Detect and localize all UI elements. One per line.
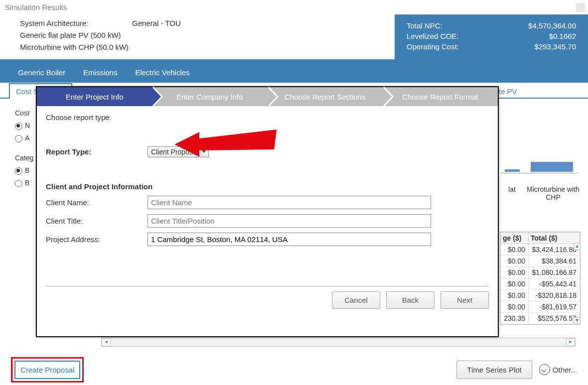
chart-fragment: lat Microturbine with CHP xyxy=(501,154,581,204)
npc-label: Total NPC: xyxy=(407,21,442,30)
radio-b2-label: B xyxy=(25,179,29,187)
step-sections[interactable]: Choose Report Sections xyxy=(268,87,383,106)
chevron-down-icon xyxy=(539,364,550,375)
svg-marker-0 xyxy=(174,129,277,157)
architecture-box: System Architecture:General - TOU Generi… xyxy=(0,14,395,59)
other-label: Other... xyxy=(553,366,577,374)
client-title-label: Client Title: xyxy=(46,217,146,225)
nav-tab-strip: Generic Boiler Emissions Electric Vehicl… xyxy=(0,59,588,83)
cost-label: Cost xyxy=(15,107,33,120)
wizard-prompt: Choose report type. xyxy=(46,113,489,122)
chart-cat: lat xyxy=(501,185,523,193)
client-title-field[interactable] xyxy=(147,214,431,228)
table-fragment: ge ($)Total ($) $0.00$3,424,116.86 $0.00… xyxy=(500,232,581,325)
report-type-label: Report Type: xyxy=(46,147,146,156)
lcoe-value: $0.1662 xyxy=(549,32,576,40)
window-title: Simulation Results xyxy=(0,0,588,14)
left-controls: Cost N A Categ B B xyxy=(15,107,33,189)
scroll-track[interactable] xyxy=(111,338,566,346)
section-heading: Client and Project Information xyxy=(46,182,489,191)
client-name-label: Client Name: xyxy=(46,198,146,207)
nav-tab[interactable]: Generic Boiler xyxy=(9,68,74,83)
nav-tab[interactable]: Emissions xyxy=(74,68,126,83)
categ-label: Categ xyxy=(15,152,33,164)
scroll-up-icon[interactable]: ▲ xyxy=(574,243,581,250)
create-proposal-highlight: Create Proposal xyxy=(11,357,84,383)
radio-b1[interactable] xyxy=(15,167,22,175)
radio-b1-label: B xyxy=(25,166,29,174)
horizontal-scrollbar[interactable]: ◄ ► xyxy=(101,338,576,347)
back-button[interactable]: Back xyxy=(386,291,435,309)
tab-utility[interactable]: Utility xyxy=(524,84,553,99)
op-label: Operating Cost: xyxy=(407,42,459,51)
op-value: $293,345.70 xyxy=(535,42,576,51)
scroll-right-icon[interactable]: ► xyxy=(566,338,575,346)
table-row[interactable]: $0.00-$320,818.18 xyxy=(501,290,580,301)
arch-value: General - TOU xyxy=(132,19,181,27)
table-row[interactable]: $0.00-$81,619.57 xyxy=(501,301,580,313)
col-header[interactable]: Total ($) xyxy=(529,233,580,244)
project-address-label: Project Address: xyxy=(46,235,146,244)
radio-b2[interactable] xyxy=(15,180,22,187)
metrics-box: Total NPC:$4,570,364.00 Levelized COE:$0… xyxy=(395,14,588,59)
summary-bar: System Architecture:General - TOU Generi… xyxy=(0,14,588,59)
bar xyxy=(505,169,520,172)
table-row[interactable]: $0.00$3,424,116.86 xyxy=(501,244,580,256)
radio-a[interactable] xyxy=(15,135,22,142)
col-header[interactable]: ge ($) xyxy=(501,233,529,244)
wizard-steps: Enter Project Info Enter Company Info Ch… xyxy=(37,87,498,106)
npc-value: $4,570,364.00 xyxy=(528,21,576,30)
table-row[interactable]: $0.00-$95,443.41 xyxy=(501,278,580,290)
bar xyxy=(531,162,573,172)
time-series-plot-button[interactable]: Time Series Plot xyxy=(456,361,532,379)
report-wizard-dialog: Enter Project Info Enter Company Info Ch… xyxy=(36,86,499,337)
nav-tab[interactable]: Electric Vehicles xyxy=(126,68,198,83)
radio-n[interactable] xyxy=(15,123,22,130)
close-icon[interactable] xyxy=(576,3,585,12)
footer: Create Proposal Time Series Plot Other..… xyxy=(0,354,588,385)
client-name-field[interactable] xyxy=(147,196,431,209)
arch-line2: Generic flat plate PV (500 kW) xyxy=(20,29,395,41)
table-row[interactable]: $0.00$1,080,166.87 xyxy=(501,267,580,278)
cancel-button[interactable]: Cancel xyxy=(332,291,380,309)
scroll-down-icon[interactable]: ▼ xyxy=(574,317,581,324)
table-row[interactable]: $0.00$38,384.61 xyxy=(501,256,580,267)
chart-cat: Microturbine with CHP xyxy=(526,185,581,201)
lcoe-label: Levelized COE: xyxy=(407,32,458,40)
next-button[interactable]: Next xyxy=(441,291,489,309)
step-project-info[interactable]: Enter Project Info xyxy=(37,87,152,106)
table-row[interactable]: 230.35$525,576.57 xyxy=(501,313,580,324)
arch-line3: Microturbine with CHP (50.0 kW) xyxy=(20,41,395,53)
scroll-left-icon[interactable]: ◄ xyxy=(102,338,111,346)
step-company-info[interactable]: Enter Company Info xyxy=(152,87,267,106)
radio-a-label: A xyxy=(25,134,29,142)
project-address-field[interactable] xyxy=(147,233,431,246)
step-format[interactable]: Choose Report Format xyxy=(383,87,498,106)
radio-n-label: N xyxy=(25,122,30,129)
other-dropdown[interactable]: Other... xyxy=(539,364,577,375)
arch-heading: System Architecture: xyxy=(20,17,132,29)
create-proposal-button[interactable]: Create Proposal xyxy=(14,361,80,379)
red-arrow-annotation xyxy=(174,129,279,161)
